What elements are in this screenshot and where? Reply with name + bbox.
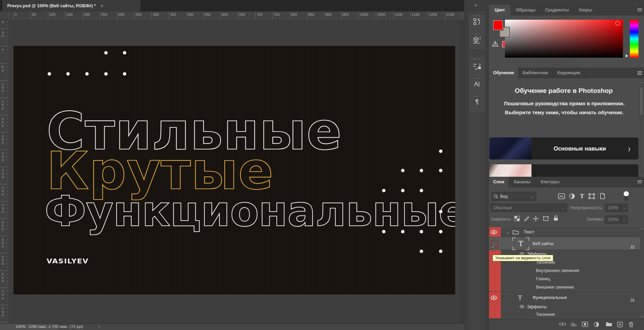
status-bar: 100% 1280 пикс. x 720 пикс. (72 ppi) ›: [0, 323, 464, 330]
ruler-top-label: 350: [136, 12, 142, 17]
hue-slider[interactable]: [630, 20, 638, 58]
delete-layer-icon[interactable]: [628, 322, 634, 327]
artboard[interactable]: Стильные Крутые Функциональные VASILYEV: [13, 46, 455, 294]
decor-dot: [123, 72, 126, 76]
effects-header-row[interactable]: Эффекты: [489, 303, 644, 311]
new-layer-icon[interactable]: [617, 322, 623, 327]
scroll-up-icon[interactable]: ⌃: [640, 82, 643, 86]
lock-artboard-icon[interactable]: [543, 216, 549, 222]
tab-paths[interactable]: Контуры: [536, 177, 565, 187]
canvas-viewport[interactable]: Стильные Крутые Функциональные VASILYEV: [8, 20, 460, 323]
history-icon: [469, 18, 485, 26]
layers-panel-footer: fx▾: [489, 319, 644, 330]
foreground-color-swatch[interactable]: [492, 20, 504, 31]
tab-libraries[interactable]: Библиотеки: [518, 68, 553, 78]
filter-shape-layers-icon[interactable]: [588, 193, 595, 199]
layer-row-functional[interactable]: T Функциональные fx ⌃: [489, 291, 644, 303]
ruler-top-label: 1100: [394, 12, 402, 17]
layers-scrollbar[interactable]: ⌃ ⌄: [640, 227, 644, 318]
decor-dot: [439, 230, 442, 233]
opacity-input[interactable]: 100%: [605, 204, 621, 212]
tab-swatches[interactable]: Образцы: [510, 5, 541, 16]
new-adjustment-layer-icon[interactable]: [594, 322, 599, 327]
decor-dot: [439, 149, 442, 153]
status-expander-icon[interactable]: ›: [99, 324, 100, 329]
tab-adjustments[interactable]: Коррекция: [553, 68, 585, 78]
learn-card-basics[interactable]: Основные навыки ›: [489, 137, 638, 159]
collapse-left-icon[interactable]: «: [475, 3, 477, 7]
fill-dropdown-button[interactable]: ⌄: [621, 215, 628, 224]
filter-type-layers-icon[interactable]: T: [580, 193, 584, 200]
filter-pixel-layers-icon[interactable]: [558, 193, 565, 199]
brush-settings-panel-icon[interactable]: [469, 57, 485, 77]
history-panel-icon[interactable]: [469, 14, 485, 32]
tab-color[interactable]: Цвет: [489, 5, 510, 16]
ruler-top-label: 1150: [412, 12, 420, 17]
properties-panel-icon[interactable]: [469, 32, 485, 50]
decor-dot: [420, 169, 423, 172]
saturation-brightness-field[interactable]: [505, 20, 623, 58]
gamut-warning-icon[interactable]: [492, 41, 499, 47]
new-group-icon[interactable]: [606, 322, 612, 327]
tab-layers[interactable]: Слои: [489, 177, 508, 187]
panel-menu-icon[interactable]: [637, 181, 642, 184]
tab-patterns[interactable]: Узоры: [573, 5, 598, 16]
scrollbar-thumb[interactable]: [640, 87, 642, 115]
lock-transparency-icon[interactable]: [514, 216, 520, 221]
tab-channels[interactable]: Каналы: [508, 177, 536, 187]
visibility-eye-icon[interactable]: [490, 230, 497, 234]
fill-input[interactable]: 100%: [605, 215, 621, 224]
decor-dot: [401, 230, 404, 233]
filter-toggle[interactable]: [624, 191, 629, 202]
ruler-left-label: 0: [0, 48, 6, 51]
link-layers-icon[interactable]: [559, 322, 566, 327]
learn-scrollbar[interactable]: ⌃: [639, 81, 643, 174]
group-expand-icon[interactable]: ⌄: [506, 227, 509, 237]
character-panel-icon[interactable]: A|: [469, 77, 485, 95]
filter-smart-objects-icon[interactable]: [600, 193, 605, 199]
scroll-up-icon[interactable]: ⌃: [641, 228, 643, 232]
color-picker-ring[interactable]: [615, 21, 620, 26]
paragraph-panel-icon[interactable]: ¶: [469, 95, 485, 113]
learn-description: Пошаговые руководства прямо в приложении…: [499, 99, 629, 117]
decor-dot: [382, 189, 386, 192]
layer-group-row[interactable]: ⌄ Текст: [489, 227, 644, 237]
effect-row[interactable]: Внешнее свечение: [489, 283, 644, 291]
panel-menu-icon[interactable]: [637, 71, 642, 75]
effect-row[interactable]: Глянец: [489, 275, 644, 283]
panel-menu-icon[interactable]: [637, 9, 642, 12]
add-layer-style-icon[interactable]: fx▾: [570, 322, 576, 327]
visibility-eye-icon[interactable]: [490, 295, 497, 300]
hue-slider-handle[interactable]: [626, 54, 628, 58]
opacity-dropdown-button[interactable]: ⌄: [621, 204, 628, 212]
document-tab[interactable]: Prevyu.psd @ 100% (Веб сайты, RGB/8#) * …: [2, 0, 140, 11]
ruler-top-label: 50: [32, 12, 36, 17]
ruler-left-label: 600: [0, 255, 6, 265]
lock-pixels-icon[interactable]: [524, 216, 530, 222]
filter-adjustment-layers-icon[interactable]: [569, 193, 575, 199]
ruler-top-label: 600: [222, 12, 228, 17]
lock-position-icon[interactable]: [533, 216, 539, 222]
ruler-left: 1005005010015020025030035040045050055060…: [0, 11, 9, 323]
lock-all-icon[interactable]: [553, 215, 558, 221]
effect-row[interactable]: Внутреннее свечение: [489, 266, 644, 275]
scroll-down-icon[interactable]: ⌄: [641, 314, 643, 318]
grip-dots: [474, 33, 480, 34]
effects-label: Эффекты: [527, 303, 547, 311]
add-layer-mask-icon[interactable]: [582, 322, 588, 327]
tab-learn[interactable]: Обучение: [489, 68, 518, 78]
layer-filter-dropdown[interactable]: Вид ⌄: [491, 192, 536, 201]
layer-row-web-sites[interactable]: T Веб сайты fx ⌃: [489, 237, 644, 250]
close-icon[interactable]: ×: [100, 3, 103, 9]
viewport-scrollbar[interactable]: [460, 20, 464, 323]
tab-gradients[interactable]: Градиенты: [541, 5, 574, 16]
type-layer-icon: T: [518, 292, 522, 303]
learn-card-next[interactable]: [489, 164, 638, 177]
effect-visibility-eye-icon[interactable]: [519, 305, 525, 309]
ruler-left-label: 100: [0, 82, 6, 93]
blend-mode-dropdown[interactable]: Обычные ⌄: [490, 204, 567, 212]
panel-gap: [486, 11, 489, 330]
document-title: Prevyu.psd @ 100% (Веб сайты, RGB/8#) *: [7, 3, 96, 8]
layer-thumbnail-type[interactable]: T: [513, 238, 528, 249]
effect-row[interactable]: Тиснение: [489, 311, 644, 318]
